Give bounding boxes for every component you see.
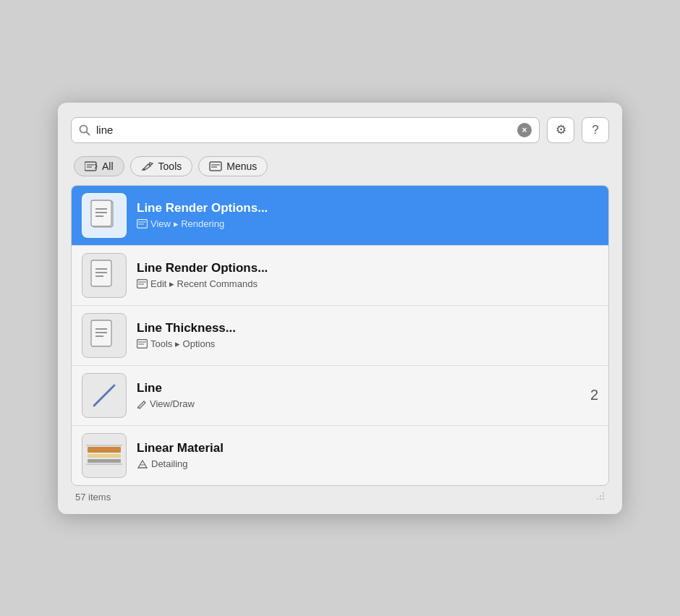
svg-rect-38: [88, 459, 121, 463]
svg-rect-37: [88, 454, 121, 458]
menus-icon: [209, 161, 222, 171]
result-icon-wrap-2: [82, 253, 127, 298]
settings-button[interactable]: ⚙: [547, 117, 574, 143]
result-icon-wrap-4: [82, 373, 127, 418]
search-icon: [79, 124, 90, 136]
result-icon-wrap-3: [82, 313, 127, 358]
clear-button[interactable]: ×: [517, 123, 532, 137]
resize-handle[interactable]: [596, 492, 606, 502]
svg-line-34: [94, 385, 114, 406]
svg-point-48: [603, 492, 604, 494]
svg-point-5: [143, 168, 145, 170]
gear-icon: ⚙: [556, 122, 566, 137]
result-icon-wrap-5: [82, 433, 127, 478]
linear-material-icon: [86, 442, 122, 469]
svg-rect-6: [210, 162, 221, 171]
pencil-icon: [137, 399, 147, 409]
results-list: Line Render Options... View ▸ Rendering: [71, 185, 609, 486]
svg-rect-13: [91, 200, 111, 226]
search-panel: × ⚙ ? All Tools: [58, 103, 622, 514]
result-title-5: Linear Material: [137, 441, 598, 455]
tab-tools-label: Tools: [158, 161, 182, 172]
doc-icon-2: [90, 260, 118, 291]
result-item-1[interactable]: Line Render Options... View ▸ Rendering: [72, 186, 608, 246]
result-text-5: Linear Material Detailing: [137, 441, 598, 469]
svg-line-1: [87, 132, 90, 135]
tab-menus[interactable]: Menus: [198, 156, 268, 176]
path-menu-icon-3: [137, 339, 148, 348]
result-text-2: Line Render Options... Edit ▸ Recent Com…: [137, 261, 598, 289]
result-count: 57 items: [75, 492, 111, 502]
search-box: ×: [71, 117, 540, 143]
result-title-1: Line Render Options...: [137, 201, 598, 215]
svg-point-45: [603, 495, 604, 497]
tools-icon: [141, 161, 154, 171]
result-text-1: Line Render Options... View ▸ Rendering: [137, 201, 598, 229]
result-path-4: View/Draw: [137, 398, 580, 409]
tab-menus-label: Menus: [226, 161, 257, 172]
svg-rect-2: [85, 162, 96, 171]
result-title-2: Line Render Options...: [137, 261, 598, 275]
search-row: × ⚙ ?: [71, 117, 609, 143]
path-menu-icon-1: [137, 219, 148, 228]
result-item-4[interactable]: Line View/Draw 2: [72, 366, 608, 426]
svg-point-46: [597, 498, 598, 500]
svg-rect-36: [88, 447, 121, 453]
result-icon-wrap-1: [82, 193, 127, 238]
tab-all[interactable]: All: [74, 156, 124, 176]
svg-point-47: [600, 495, 601, 497]
filter-tabs: All Tools Menus: [71, 156, 609, 176]
result-item-3[interactable]: Line Thickness... Tools ▸ Options: [72, 306, 608, 366]
svg-point-43: [603, 498, 604, 500]
result-title-4: Line: [137, 381, 580, 395]
svg-rect-20: [91, 260, 111, 286]
result-text-4: Line View/Draw: [137, 381, 580, 409]
help-button[interactable]: ?: [582, 117, 609, 143]
footer: 57 items: [71, 486, 609, 504]
line-tool-icon: [88, 380, 120, 411]
svg-point-44: [600, 498, 601, 500]
result-path-5: Detailing: [137, 458, 598, 469]
search-input[interactable]: [96, 124, 511, 136]
path-menu-icon-2: [137, 279, 148, 288]
result-item-5[interactable]: Linear Material Detailing: [72, 426, 608, 485]
result-title-3: Line Thickness...: [137, 321, 598, 335]
doc-icon-3: [90, 320, 118, 351]
svg-marker-41: [138, 461, 147, 468]
result-path-2: Edit ▸ Recent Commands: [137, 278, 598, 289]
svg-rect-27: [91, 320, 111, 346]
svg-point-0: [80, 125, 88, 132]
result-badge-4: 2: [590, 387, 598, 403]
result-path-3: Tools ▸ Options: [137, 338, 598, 349]
all-icon: [85, 161, 98, 171]
help-icon: ?: [592, 123, 598, 137]
tab-all-label: All: [102, 161, 114, 172]
resize-icon: [597, 492, 605, 501]
result-text-3: Line Thickness... Tools ▸ Options: [137, 321, 598, 349]
result-path-1: View ▸ Rendering: [137, 218, 598, 229]
doc-icon-1: [90, 200, 118, 231]
detailing-icon: [137, 459, 148, 469]
result-item-2[interactable]: Line Render Options... Edit ▸ Recent Com…: [72, 246, 608, 306]
svg-line-35: [137, 407, 138, 408]
tab-tools[interactable]: Tools: [130, 156, 193, 176]
